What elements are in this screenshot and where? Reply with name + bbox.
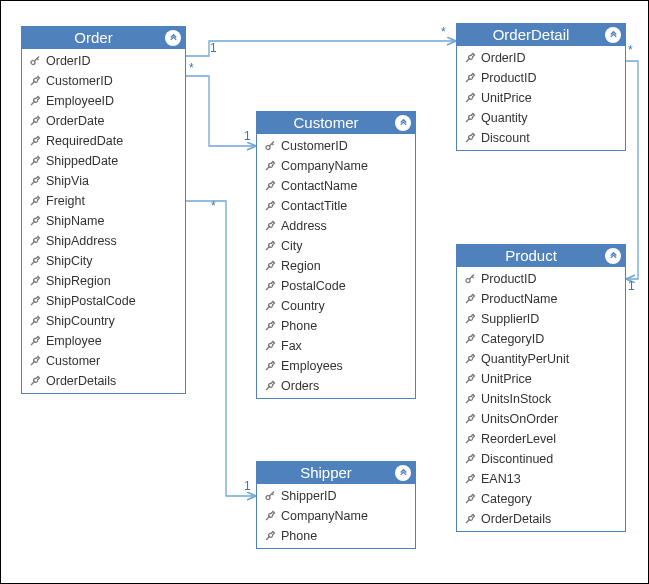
- field-label: CategoryID: [481, 332, 544, 346]
- entity-header[interactable]: Order: [22, 27, 185, 49]
- field-row[interactable]: Region: [257, 256, 415, 276]
- field-row[interactable]: ShipPostalCode: [22, 291, 185, 311]
- field-row[interactable]: SupplierID: [457, 309, 625, 329]
- field-label: OrderID: [46, 54, 90, 68]
- field-row[interactable]: OrderID: [22, 51, 185, 71]
- field-label: ProductID: [481, 71, 537, 85]
- entity-body: OrderIDProductIDUnitPriceQuantityDiscoun…: [457, 46, 625, 150]
- field-row[interactable]: ProductID: [457, 269, 625, 289]
- field-row[interactable]: CustomerID: [22, 71, 185, 91]
- field-row[interactable]: Phone: [257, 316, 415, 336]
- entity-customer[interactable]: CustomerCustomerIDCompanyNameContactName…: [256, 111, 416, 399]
- field-row[interactable]: QuantityPerUnit: [457, 349, 625, 369]
- field-row[interactable]: ShippedDate: [22, 151, 185, 171]
- field-row[interactable]: UnitPrice: [457, 88, 625, 108]
- field-row[interactable]: Employees: [257, 356, 415, 376]
- field-row[interactable]: UnitsOnOrder: [457, 409, 625, 429]
- field-row[interactable]: ShipCity: [22, 251, 185, 271]
- field-row[interactable]: ShipperID: [257, 486, 415, 506]
- field-label: CustomerID: [281, 139, 348, 153]
- field-row[interactable]: Category: [457, 489, 625, 509]
- field-row[interactable]: Orders: [257, 376, 415, 396]
- entity-header[interactable]: Customer: [257, 112, 415, 134]
- field-row[interactable]: Customer: [22, 351, 185, 371]
- entity-header[interactable]: Shipper: [257, 462, 415, 484]
- field-row[interactable]: Employee: [22, 331, 185, 351]
- multiplicity-label: *: [628, 43, 633, 57]
- wrench-icon: [28, 115, 42, 127]
- field-row[interactable]: ShipCountry: [22, 311, 185, 331]
- field-row[interactable]: ProductName: [457, 289, 625, 309]
- entity-orderdetail[interactable]: OrderDetailOrderIDProductIDUnitPriceQuan…: [456, 23, 626, 151]
- entity-header[interactable]: OrderDetail: [457, 24, 625, 46]
- entity-product[interactable]: ProductProductIDProductNameSupplierIDCat…: [456, 244, 626, 532]
- field-row[interactable]: UnitsInStock: [457, 389, 625, 409]
- collapse-icon[interactable]: [395, 115, 411, 131]
- field-label: CustomerID: [46, 74, 113, 88]
- collapse-icon[interactable]: [605, 248, 621, 264]
- field-row[interactable]: OrderID: [457, 48, 625, 68]
- field-row[interactable]: CompanyName: [257, 156, 415, 176]
- field-row[interactable]: CustomerID: [257, 136, 415, 156]
- field-row[interactable]: OrderDate: [22, 111, 185, 131]
- field-row[interactable]: ReorderLevel: [457, 429, 625, 449]
- field-label: ShipCity: [46, 254, 93, 268]
- field-row[interactable]: ProductID: [457, 68, 625, 88]
- field-label: ShipCountry: [46, 314, 115, 328]
- field-row[interactable]: CategoryID: [457, 329, 625, 349]
- wrench-icon: [463, 473, 477, 485]
- field-row[interactable]: Discontinued: [457, 449, 625, 469]
- collapse-icon[interactable]: [395, 465, 411, 481]
- entity-shipper[interactable]: ShipperShipperIDCompanyNamePhone: [256, 461, 416, 549]
- wrench-icon: [28, 135, 42, 147]
- wrench-icon: [263, 300, 277, 312]
- wrench-icon: [463, 453, 477, 465]
- collapse-icon[interactable]: [605, 27, 621, 43]
- field-label: Category: [481, 492, 532, 506]
- svg-point-3: [266, 496, 270, 500]
- entity-order[interactable]: OrderOrderIDCustomerIDEmployeeIDOrderDat…: [21, 26, 186, 394]
- field-row[interactable]: Freight: [22, 191, 185, 211]
- field-label: Orders: [281, 379, 319, 393]
- wrench-icon: [28, 235, 42, 247]
- field-label: Employee: [46, 334, 102, 348]
- wrench-icon: [463, 132, 477, 144]
- field-row[interactable]: UnitPrice: [457, 369, 625, 389]
- field-label: UnitPrice: [481, 91, 532, 105]
- field-label: UnitsInStock: [481, 392, 551, 406]
- field-row[interactable]: ShipName: [22, 211, 185, 231]
- entity-title: OrderDetail: [457, 24, 605, 46]
- wrench-icon: [28, 95, 42, 107]
- field-label: OrderID: [481, 51, 525, 65]
- field-row[interactable]: OrderDetails: [22, 371, 185, 391]
- wrench-icon: [463, 373, 477, 385]
- field-label: CompanyName: [281, 159, 368, 173]
- connector-orderdetail-product: [626, 61, 638, 279]
- field-row[interactable]: PostalCode: [257, 276, 415, 296]
- entity-body: ProductIDProductNameSupplierIDCategoryID…: [457, 267, 625, 531]
- collapse-icon[interactable]: [165, 30, 181, 46]
- field-row[interactable]: ContactTitle: [257, 196, 415, 216]
- wrench-icon: [263, 240, 277, 252]
- field-row[interactable]: ShipVia: [22, 171, 185, 191]
- field-row[interactable]: Country: [257, 296, 415, 316]
- wrench-icon: [463, 72, 477, 84]
- field-row[interactable]: Discount: [457, 128, 625, 148]
- field-row[interactable]: Phone: [257, 526, 415, 546]
- field-row[interactable]: Address: [257, 216, 415, 236]
- wrench-icon: [28, 275, 42, 287]
- field-row[interactable]: EmployeeID: [22, 91, 185, 111]
- field-row[interactable]: Quantity: [457, 108, 625, 128]
- field-row[interactable]: ShipRegion: [22, 271, 185, 291]
- field-row[interactable]: OrderDetails: [457, 509, 625, 529]
- field-row[interactable]: CompanyName: [257, 506, 415, 526]
- wrench-icon: [28, 215, 42, 227]
- field-label: Customer: [46, 354, 100, 368]
- field-row[interactable]: City: [257, 236, 415, 256]
- field-row[interactable]: EAN13: [457, 469, 625, 489]
- entity-header[interactable]: Product: [457, 245, 625, 267]
- field-row[interactable]: ShipAddress: [22, 231, 185, 251]
- field-row[interactable]: RequiredDate: [22, 131, 185, 151]
- field-row[interactable]: Fax: [257, 336, 415, 356]
- field-row[interactable]: ContactName: [257, 176, 415, 196]
